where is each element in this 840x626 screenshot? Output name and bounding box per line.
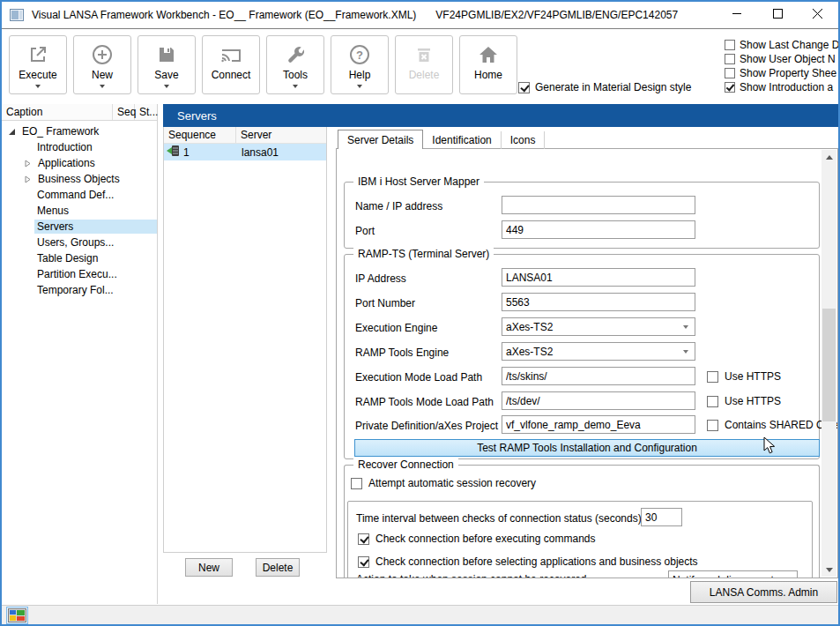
expander-collapsed-icon[interactable] <box>23 175 32 183</box>
attempt-recovery-option: Attempt automatic session recovery <box>351 477 536 489</box>
contains-shared-option: Contains SHARED Obje <box>707 419 838 431</box>
tab-server-details[interactable]: Server Details <box>338 130 423 149</box>
show-last-change-checkbox[interactable] <box>725 40 735 50</box>
tree-item-label: Introduction <box>34 140 95 154</box>
tree-item-business-objects[interactable]: Business Objects <box>2 171 157 187</box>
help-button[interactable]: ? Help <box>331 35 389 94</box>
scrollbar-thumb[interactable] <box>822 309 836 421</box>
scroll-up-icon[interactable] <box>821 150 836 164</box>
server-row-selected[interactable]: 1 lansa01 <box>164 144 326 160</box>
home-house-icon <box>477 42 500 67</box>
tree-item-applications[interactable]: Applications <box>2 155 157 171</box>
home-label: Home <box>474 69 502 81</box>
save-floppy-icon <box>156 42 177 67</box>
close-button[interactable] <box>798 2 838 28</box>
column-st[interactable]: St... <box>135 104 157 120</box>
delete-server-button[interactable]: Delete <box>256 558 300 577</box>
server-list: Sequence Server 1 lansa01 <box>163 127 327 553</box>
tree-item-label: Applications <box>35 156 98 170</box>
ramp-tools-path-input[interactable] <box>502 391 695 410</box>
tree-item-users-groups[interactable]: Users, Groups... <box>2 235 157 250</box>
scroll-down-icon[interactable] <box>821 563 836 577</box>
details-tabs: Server Details Identification Icons <box>338 130 545 149</box>
port-number-input[interactable] <box>502 293 695 311</box>
tree-item-eo-framework[interactable]: EO_ Framework <box>2 123 157 139</box>
material-style-checkbox[interactable] <box>518 82 530 93</box>
check-before-commands-checkbox[interactable] <box>358 533 369 545</box>
maximize-button[interactable] <box>757 2 798 28</box>
tree-item-partition-execution[interactable]: Partition Execu... <box>2 266 157 282</box>
ramp-tools-engine-value: aXes-TS2 <box>506 346 553 358</box>
tools-label: Tools <box>283 69 308 81</box>
new-button[interactable]: New <box>73 35 131 94</box>
attempt-recovery-checkbox[interactable] <box>351 478 362 489</box>
show-option-label: Show Introduction a <box>740 81 833 93</box>
column-server[interactable]: Server <box>236 127 326 143</box>
material-style-option: Generate in Material Design style <box>518 81 691 93</box>
port-input[interactable] <box>502 220 695 239</box>
port-label: Port <box>355 225 375 237</box>
new-server-button[interactable]: New <box>185 558 233 577</box>
contains-shared-checkbox[interactable] <box>707 420 718 431</box>
use-https-option-1: Use HTTPS <box>707 370 781 383</box>
column-sequence[interactable]: Sequence <box>164 127 236 143</box>
check-before-commands-option: Check connection before executing comman… <box>358 533 595 545</box>
column-caption[interactable]: Caption <box>2 104 113 120</box>
show-user-object-checkbox[interactable] <box>725 54 735 64</box>
tree-item-introduction[interactable]: Introduction <box>2 139 157 155</box>
expander-expanded-icon[interactable] <box>7 128 16 136</box>
time-interval-input[interactable] <box>641 508 682 526</box>
help-label: Help <box>349 69 371 81</box>
ip-address-label: IP Address <box>355 272 406 285</box>
tree-item-menus[interactable]: Menus <box>2 203 157 219</box>
tab-icons[interactable]: Icons <box>502 131 546 149</box>
tree-item-command-definitions[interactable]: Command Def... <box>2 187 157 203</box>
connect-button[interactable]: Connect <box>202 35 260 94</box>
execute-button[interactable]: Execute <box>9 35 67 94</box>
column-seq[interactable]: Seq <box>113 104 135 120</box>
details-scrollbar[interactable] <box>821 150 836 577</box>
tree-item-label: EO_ Framework <box>19 124 101 138</box>
tree-item-label: Menus <box>34 204 71 218</box>
ip-address-input[interactable] <box>502 268 695 287</box>
server-details-panel: IBM i Host Server Mapper Name / IP addre… <box>336 148 838 578</box>
execution-engine-select[interactable]: aXes-TS2 <box>502 317 695 336</box>
tab-identification[interactable]: Identification <box>423 131 501 149</box>
use-https-checkbox[interactable] <box>707 396 718 407</box>
new-plus-icon <box>91 42 114 67</box>
show-option-row: Show Last Change D <box>725 39 840 50</box>
tree-item-temporary-folder[interactable]: Temporary Fol... <box>2 282 157 298</box>
tree-item-label: Table Design <box>34 251 100 265</box>
dropdown-caret-icon <box>293 85 298 88</box>
lansa-comms-admin-button[interactable]: LANSA Comms. Admin <box>690 581 837 603</box>
private-definition-input[interactable] <box>502 415 695 434</box>
chevron-down-icon <box>683 325 688 329</box>
use-https-label: Use HTTPS <box>725 395 781 407</box>
window-title: Visual LANSA Framework Workbench - EO__ … <box>32 9 416 21</box>
name-ip-input[interactable] <box>502 196 695 214</box>
minimize-button[interactable] <box>717 2 757 28</box>
action-on-failure-select[interactable]: Notify and disconnect <box>668 570 798 578</box>
tree-rows: EO_ Framework Introduction Applications … <box>2 121 157 298</box>
ramp-tools-engine-select[interactable]: aXes-TS2 <box>502 342 695 361</box>
close-icon <box>813 9 823 22</box>
ramp-tools-engine-label: RAMP Tools Engine <box>355 347 449 359</box>
tree-item-servers[interactable]: Servers <box>2 219 157 235</box>
expander-collapsed-icon[interactable] <box>23 160 32 168</box>
show-introduction-checkbox[interactable] <box>725 82 735 93</box>
maximize-icon <box>773 9 783 21</box>
execution-mode-path-input[interactable] <box>502 367 695 385</box>
show-option-label: Show Last Change D <box>740 39 839 51</box>
home-button[interactable]: Home <box>459 35 517 94</box>
check-before-selecting-option: Check connection before selecting applic… <box>358 555 698 568</box>
check-before-commands-label: Check connection before executing comman… <box>375 533 595 545</box>
test-ramp-tools-button[interactable]: Test RAMP Tools Installation and Configu… <box>354 439 820 457</box>
new-label: New <box>92 69 113 81</box>
lansa-status-icon[interactable] <box>6 607 28 624</box>
use-https-checkbox[interactable] <box>707 371 718 383</box>
show-property-sheet-checkbox[interactable] <box>725 68 735 78</box>
tools-button[interactable]: Tools <box>266 35 324 94</box>
check-before-selecting-checkbox[interactable] <box>358 556 369 568</box>
save-button[interactable]: Save <box>138 35 196 94</box>
tree-item-table-design[interactable]: Table Design <box>2 250 157 266</box>
